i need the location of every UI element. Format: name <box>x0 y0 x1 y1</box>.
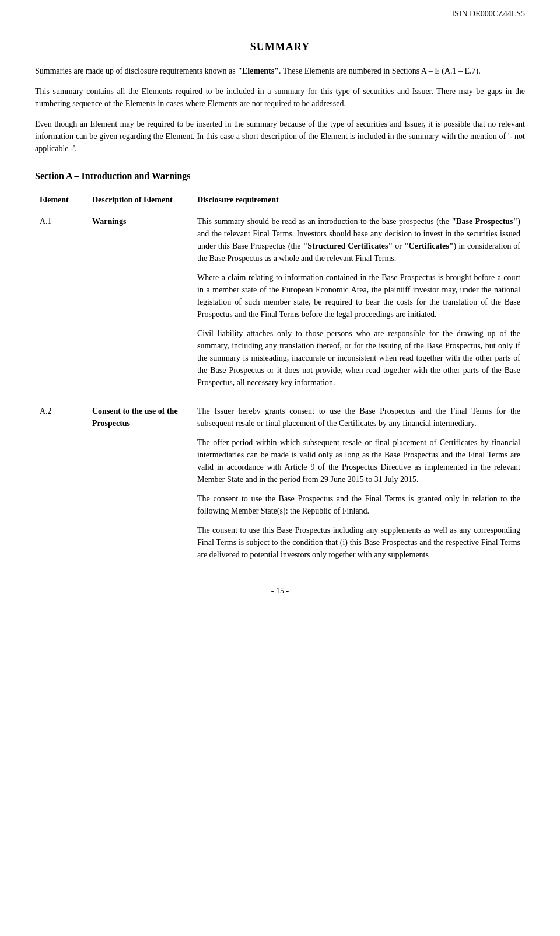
a2-para-4: The consent to use this Base Prospectus … <box>197 524 520 561</box>
page: ISIN DE000CZ44LS5 SUMMARY Summaries are … <box>0 0 560 936</box>
intro-para-3: Even though an Element may be required t… <box>35 118 525 155</box>
table-header-row: Element Description of Element Disclosur… <box>35 193 525 207</box>
page-footer: - 15 - <box>35 586 525 596</box>
a1-para-3: Civil liability attaches only to those p… <box>197 327 520 389</box>
col-header-description: Description of Element <box>88 193 192 207</box>
section-a-table: Element Description of Element Disclosur… <box>35 193 525 563</box>
a2-para-1: The Issuer hereby grants consent to use … <box>197 405 520 429</box>
element-a2: A.2 <box>35 403 88 563</box>
intro-para-2: This summary contains all the Elements r… <box>35 85 525 110</box>
a1-para-2: Where a claim relating to information co… <box>197 271 520 320</box>
table-row-a1: A.1 Warnings This summary should be read… <box>35 213 525 391</box>
description-a1: Warnings <box>88 213 192 391</box>
page-number: - 15 - <box>271 586 289 595</box>
disclosure-a2: The Issuer hereby grants consent to use … <box>192 403 525 563</box>
isin-text: ISIN DE000CZ44LS5 <box>452 9 525 18</box>
element-a1: A.1 <box>35 213 88 391</box>
section-a-heading: Section A – Introduction and Warnings <box>35 171 525 181</box>
isin-header: ISIN DE000CZ44LS5 <box>452 9 525 19</box>
description-a2: Consent to the use of the Prospectus <box>88 403 192 563</box>
table-row-a2: A.2 Consent to the use of the Prospectus… <box>35 403 525 563</box>
intro-section: Summaries are made up of disclosure requ… <box>35 65 525 155</box>
a1-para-1: This summary should be read as an introd… <box>197 215 520 264</box>
a2-para-2: The offer period within which subsequent… <box>197 436 520 486</box>
summary-title: SUMMARY <box>35 41 525 53</box>
a2-para-3: The consent to use the Base Prospectus a… <box>197 493 520 517</box>
col-header-element: Element <box>35 193 88 207</box>
disclosure-a1: This summary should be read as an introd… <box>192 213 525 391</box>
intro-para-1: Summaries are made up of disclosure requ… <box>35 65 525 77</box>
col-header-disclosure: Disclosure requirement <box>192 193 525 207</box>
